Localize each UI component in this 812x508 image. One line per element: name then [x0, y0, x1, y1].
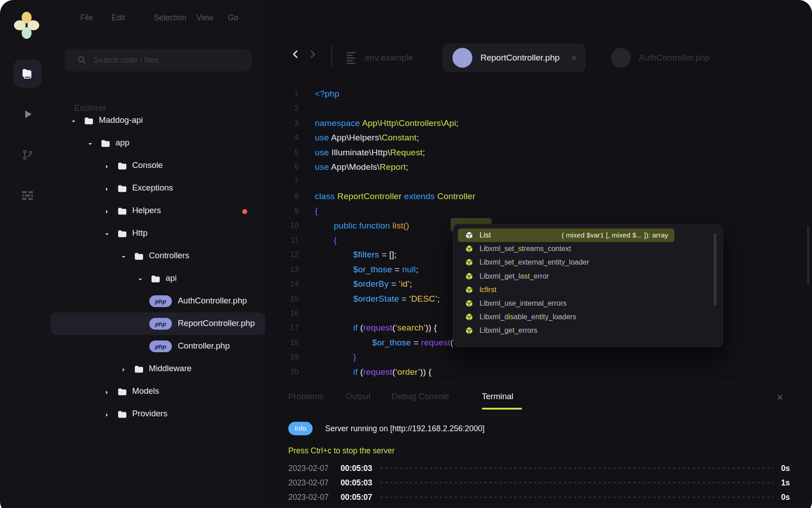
chevron-right-icon[interactable] — [104, 411, 110, 417]
autocomplete-item-libxml_get_errors[interactable]: Libxml_get_errors — [458, 324, 676, 337]
code-line-6: 6use App\Models\Report; — [266, 159, 812, 174]
tree-item-authcontroller-php[interactable]: phpAuthController.php — [51, 290, 265, 312]
panel-tab-output[interactable]: Output — [346, 387, 371, 405]
chevron-left-icon[interactable] — [290, 49, 301, 60]
close-tab-icon[interactable]: × — [571, 53, 577, 63]
folder-icon — [117, 228, 127, 241]
dotted-leader — [380, 482, 773, 483]
chevron-right-icon[interactable] — [307, 49, 318, 60]
cube-icon — [465, 258, 473, 266]
autocomplete-item-libxml_set_external_entity_loader[interactable]: Libxml_set_external_entity_loader — [458, 256, 676, 269]
tab-label: .env.example — [363, 53, 413, 63]
log-time: 00:05:03 — [341, 478, 372, 488]
tree-item-label: Helpers — [132, 205, 161, 215]
autocomplete-item-libxml_disable_entity_loaders[interactable]: Libxml_disable_entity_loaders — [458, 310, 676, 324]
tree-item-models[interactable]: Models — [51, 380, 265, 403]
log-date: 2023-02-07 — [288, 464, 334, 473]
panel-tab-problems[interactable]: Problems — [288, 387, 323, 405]
log-time: 00:05:07 — [341, 493, 372, 502]
active-panel-tab-underline — [482, 408, 522, 410]
files-icon[interactable] — [14, 60, 42, 88]
autocomplete-item-libxml_use_internal_errors[interactable]: Libxml_use_internal_errors — [458, 297, 676, 310]
chevron-down-icon[interactable] — [104, 231, 110, 236]
code-line-4: 4use App\Helpers\Constant; — [266, 130, 812, 145]
chevron-right-icon[interactable] — [104, 163, 110, 168]
tree-item-app[interactable]: app — [51, 132, 265, 154]
code-line-8: 8class ReportController extends Controll… — [266, 189, 812, 204]
code-text: use Illuminate\Http\Request; — [315, 145, 425, 160]
search-box[interactable] — [65, 49, 252, 71]
code-text: $filters = []; — [353, 247, 397, 262]
terminal-log-entry: 2023-02-0700:05:031s — [288, 475, 790, 490]
line-number: 8 — [271, 189, 299, 204]
panel-tab-terminal[interactable]: Terminal — [482, 387, 513, 405]
code-text: use App\Helpers\Constant; — [315, 130, 419, 145]
tab-report-controller[interactable]: ReportController.php × — [443, 43, 586, 72]
popup-scrollbar[interactable] — [714, 233, 716, 306]
code-text: $orderState = ‘DESC’; — [353, 291, 440, 306]
chevron-down-icon[interactable] — [121, 253, 126, 259]
tree-item-providers[interactable]: Providers — [51, 403, 265, 425]
dashboard-icon[interactable] — [14, 182, 42, 210]
line-number: 3 — [271, 116, 299, 130]
close-panel-icon[interactable]: × — [777, 391, 783, 404]
git-branch-icon[interactable] — [14, 141, 42, 169]
chevron-down-icon[interactable] — [88, 140, 93, 146]
autocomplete-label: Libxml_set_streams_context — [480, 245, 571, 253]
log-duration: 0s — [781, 493, 790, 502]
chevron-right-icon[interactable] — [104, 186, 110, 191]
code-text: <?php — [315, 86, 339, 101]
tabbar-divider — [266, 75, 812, 75]
folder-icon — [117, 161, 127, 173]
app-logo-clover-icon — [14, 12, 40, 40]
terminal-info-row: Info Server running on [http://192.168.2… — [288, 422, 484, 435]
autocomplete-label: Libxml_set_external_entity_loader — [480, 258, 589, 266]
tree-item-controller-php[interactable]: phpController.php — [51, 335, 265, 358]
line-number: 6 — [271, 159, 299, 174]
php-file-icon: php — [149, 295, 172, 307]
code-line-9: 9{ — [266, 203, 812, 218]
chevron-right-icon[interactable] — [104, 208, 110, 214]
panel-tab-debug-console[interactable]: Debug Console — [392, 387, 449, 405]
cube-icon — [465, 299, 473, 308]
chevron-right-icon[interactable] — [104, 389, 110, 394]
autocomplete-popup: List( mixed $var1 [, mixed $... ]): arra… — [453, 224, 723, 347]
tree-item-http[interactable]: Http — [51, 222, 265, 245]
folder-icon — [100, 138, 111, 150]
line-number: 16 — [271, 306, 299, 321]
server-message: Server running on [http://192.168.2.256:… — [325, 424, 484, 433]
editor-scrollbar[interactable] — [807, 226, 809, 284]
cube-icon — [465, 286, 473, 294]
tree-item-maddog-api[interactable]: Maddog-api — [51, 109, 265, 132]
cube-icon — [465, 272, 473, 280]
tree-item-exceptions[interactable]: Exceptions — [51, 177, 265, 200]
autocomplete-item-lcfirst[interactable]: lcfirst — [458, 283, 676, 297]
tab-auth-controller[interactable]: AuthController.php — [601, 43, 710, 72]
tree-item-label: Controllers — [149, 251, 189, 261]
line-number: 7 — [271, 174, 299, 189]
chevron-down-icon[interactable] — [71, 118, 76, 123]
autocomplete-label: List — [480, 231, 491, 239]
tree-item-middleware[interactable]: Middleware — [51, 358, 265, 380]
tree-item-label: Providers — [132, 409, 167, 419]
line-number: 17 — [271, 320, 299, 335]
autocomplete-label: Libxml_get_errors — [480, 326, 537, 335]
chevron-down-icon[interactable] — [138, 276, 143, 281]
run-icon[interactable] — [14, 100, 42, 128]
tree-item-console[interactable]: Console — [51, 154, 265, 177]
tree-item-helpers[interactable]: Helpers — [51, 200, 265, 222]
line-number: 19 — [271, 350, 299, 364]
chevron-right-icon[interactable] — [121, 366, 126, 372]
autocomplete-item-libxml_set_streams_context[interactable]: Libxml_set_streams_context — [458, 242, 676, 256]
php-file-icon: php — [149, 340, 172, 352]
tree-item-controllers[interactable]: Controllers — [51, 245, 265, 267]
tree-item-api[interactable]: api — [51, 267, 265, 290]
cube-icon — [465, 231, 473, 239]
search-input[interactable] — [92, 55, 239, 65]
autocomplete-item-list[interactable]: List( mixed $var1 [, mixed $... ]): arra… — [458, 228, 674, 242]
autocomplete-item-libxml_get_last_error[interactable]: Libxml_get_last_error — [458, 270, 676, 283]
code-text: $orderBy = ‘id’; — [353, 276, 412, 291]
php-file-icon: php — [149, 318, 172, 330]
tree-item-reportcontroller-php[interactable]: phpReportController.php — [51, 312, 265, 335]
tab-env-example[interactable]: .env.example — [346, 43, 413, 72]
